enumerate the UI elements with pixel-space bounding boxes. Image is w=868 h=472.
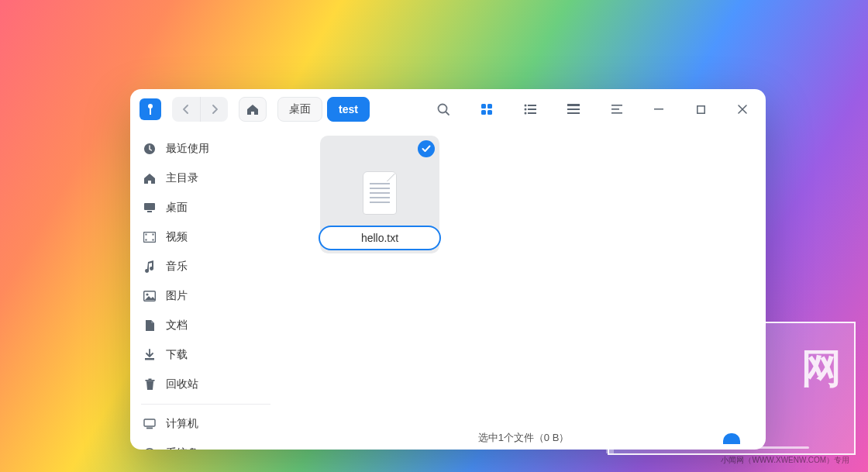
minimize-button[interactable] bbox=[645, 97, 673, 122]
svg-rect-5 bbox=[487, 104, 492, 109]
sidebar-item-downloads[interactable]: 下载 bbox=[130, 340, 281, 370]
file-name[interactable]: hello.txt bbox=[319, 226, 441, 250]
sidebar-item-pictures[interactable]: 图片 bbox=[130, 281, 281, 311]
doc-icon bbox=[143, 319, 157, 332]
disk-icon bbox=[143, 446, 157, 450]
svg-rect-36 bbox=[146, 428, 153, 429]
maximize-button[interactable] bbox=[687, 97, 715, 122]
sidebar-item-label: 视频 bbox=[166, 230, 188, 244]
svg-point-8 bbox=[525, 105, 527, 107]
sidebar-item-sysdisk[interactable]: 系统盘 bbox=[130, 439, 281, 450]
svg-line-3 bbox=[446, 112, 450, 115]
desktop-icon bbox=[143, 201, 157, 215]
sidebar-item-desktop[interactable]: 桌面 bbox=[130, 193, 281, 222]
svg-rect-6 bbox=[481, 110, 486, 115]
sidebar-item-music[interactable]: 音乐 bbox=[130, 252, 281, 281]
sidebar-item-label: 系统盘 bbox=[166, 446, 198, 450]
music-icon bbox=[143, 260, 157, 274]
svg-rect-11 bbox=[528, 109, 536, 110]
watermark-side: XWENW.COM bbox=[606, 323, 614, 453]
svg-rect-17 bbox=[611, 105, 622, 106]
svg-rect-15 bbox=[567, 109, 580, 110]
svg-rect-24 bbox=[147, 211, 152, 212]
image-icon bbox=[143, 289, 157, 303]
sidebar-item-computer[interactable]: 计算机 bbox=[130, 409, 281, 439]
svg-rect-1 bbox=[150, 108, 151, 115]
watermark-footer: 小闻网（WWW.XWENW.COM）专用 bbox=[721, 455, 849, 466]
sidebar-item-label: 文档 bbox=[166, 319, 188, 332]
clock-icon bbox=[143, 142, 157, 156]
svg-point-2 bbox=[439, 105, 447, 113]
svg-rect-29 bbox=[153, 239, 154, 241]
svg-rect-18 bbox=[611, 109, 619, 110]
app-logo[interactable] bbox=[140, 98, 161, 120]
svg-rect-33 bbox=[145, 380, 154, 381]
home-icon bbox=[143, 171, 157, 185]
svg-rect-26 bbox=[146, 234, 147, 236]
svg-rect-35 bbox=[144, 419, 155, 426]
svg-point-37 bbox=[145, 449, 155, 450]
watermark-bar bbox=[654, 446, 809, 449]
view-list-button[interactable] bbox=[516, 97, 544, 122]
svg-rect-34 bbox=[148, 379, 151, 381]
svg-rect-7 bbox=[487, 110, 492, 115]
sidebar-item-label: 音乐 bbox=[166, 260, 188, 274]
video-icon bbox=[143, 230, 157, 244]
svg-rect-28 bbox=[153, 234, 154, 236]
svg-rect-21 bbox=[697, 105, 704, 112]
svg-rect-19 bbox=[611, 112, 622, 114]
forward-button[interactable] bbox=[200, 97, 228, 122]
toolbar: 桌面test bbox=[130, 89, 766, 129]
watermark-url: XWENW.COM bbox=[632, 418, 831, 427]
sidebar-item-label: 桌面 bbox=[166, 201, 188, 215]
sidebar-item-label: 最近使用 bbox=[166, 142, 209, 156]
view-detail-button[interactable] bbox=[560, 97, 587, 122]
search-button[interactable] bbox=[429, 97, 457, 122]
svg-rect-9 bbox=[528, 105, 536, 106]
download-icon bbox=[143, 348, 157, 362]
close-button[interactable] bbox=[728, 97, 756, 122]
sidebar-item-label: 下载 bbox=[166, 348, 188, 362]
check-icon bbox=[418, 140, 435, 157]
svg-rect-23 bbox=[144, 203, 155, 210]
svg-rect-16 bbox=[567, 112, 580, 114]
trash-icon bbox=[143, 377, 157, 391]
watermark-overlay: XWENW.COM 小 闻 网 XWENW.COM 小闻网（WWW.XWENW.… bbox=[608, 322, 856, 455]
sidebar-item-label: 图片 bbox=[166, 289, 188, 303]
file-icon bbox=[363, 171, 397, 215]
menu-button[interactable] bbox=[603, 97, 631, 122]
sidebar-item-videos[interactable]: 视频 bbox=[130, 222, 281, 252]
breadcrumb-1[interactable]: test bbox=[327, 97, 370, 122]
svg-rect-13 bbox=[528, 112, 536, 114]
svg-point-12 bbox=[525, 112, 527, 115]
watermark-dot bbox=[723, 433, 740, 444]
file-item[interactable]: hello.txt bbox=[320, 136, 439, 253]
watermark-glyphs: 小 闻 网 bbox=[632, 342, 843, 396]
sidebar: 最近使用主目录桌面视频音乐图片文档下载回收站计算机系统盘 bbox=[130, 129, 281, 450]
svg-rect-32 bbox=[145, 358, 154, 360]
svg-rect-4 bbox=[481, 104, 486, 109]
sidebar-item-recent[interactable]: 最近使用 bbox=[130, 134, 281, 164]
svg-rect-25 bbox=[144, 233, 156, 243]
sidebar-item-trash[interactable]: 回收站 bbox=[130, 370, 281, 399]
computer-icon bbox=[143, 417, 157, 431]
sidebar-item-label: 主目录 bbox=[166, 171, 198, 185]
svg-rect-20 bbox=[654, 109, 663, 110]
svg-rect-14 bbox=[567, 104, 580, 106]
svg-point-10 bbox=[525, 109, 527, 111]
svg-rect-27 bbox=[146, 239, 147, 241]
sidebar-item-label: 回收站 bbox=[166, 377, 198, 391]
home-button[interactable] bbox=[239, 97, 267, 122]
status-text: 选中1个文件（0 B） bbox=[478, 431, 570, 445]
view-icons-button[interactable] bbox=[473, 97, 501, 122]
sidebar-item-home[interactable]: 主目录 bbox=[130, 164, 281, 193]
back-button[interactable] bbox=[172, 97, 200, 122]
nav-group bbox=[172, 97, 228, 122]
sidebar-item-documents[interactable]: 文档 bbox=[130, 311, 281, 340]
breadcrumb-0[interactable]: 桌面 bbox=[277, 97, 322, 122]
svg-point-31 bbox=[146, 293, 148, 295]
sidebar-item-label: 计算机 bbox=[166, 417, 198, 431]
